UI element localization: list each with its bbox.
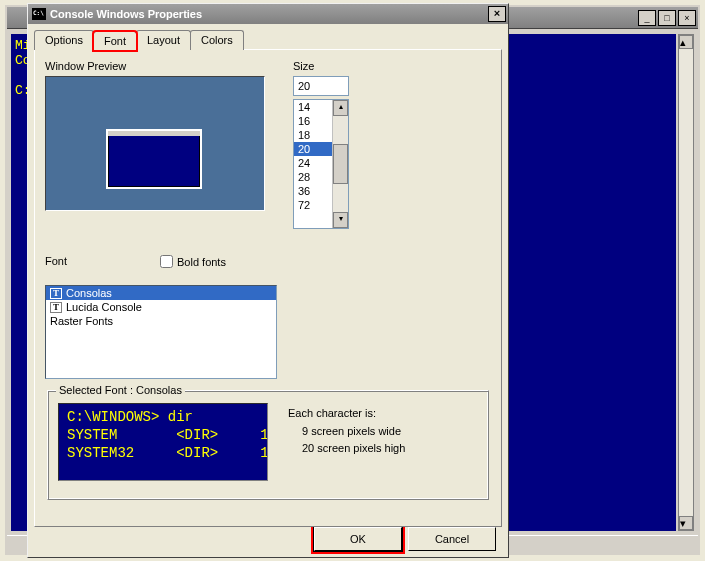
font-name: Lucida Console bbox=[66, 301, 142, 313]
selected-font-groupbox: Selected Font : Consolas C:\WINDOWS> dir… bbox=[47, 390, 489, 500]
size-option[interactable]: 16 bbox=[294, 114, 332, 128]
font-listbox[interactable]: T Consolas T Lucida Console Raster Fonts bbox=[45, 285, 277, 379]
dialog-title: Console Windows Properties bbox=[50, 8, 202, 20]
window-preview bbox=[45, 76, 265, 211]
size-option[interactable]: 72 bbox=[294, 198, 332, 212]
size-label: Size bbox=[293, 60, 349, 72]
scroll-thumb[interactable] bbox=[333, 144, 348, 184]
bg-scrollbar-vertical[interactable]: ▴ ▾ bbox=[678, 34, 694, 531]
console-properties-dialog: Console Windows Properties × Options Fon… bbox=[27, 3, 509, 558]
scroll-down-icon[interactable]: ▾ bbox=[679, 516, 693, 530]
font-option-consolas[interactable]: T Consolas bbox=[46, 286, 276, 300]
size-option-selected[interactable]: 20 bbox=[294, 142, 332, 156]
sample-line: C:\WINDOWS> dir bbox=[67, 409, 193, 425]
tab-panel-font: Window Preview Size 14 16 18 20 24 28 36 bbox=[34, 49, 502, 527]
dialog-close-button[interactable]: × bbox=[488, 6, 506, 22]
size-listbox[interactable]: 14 16 18 20 24 28 36 72 ▴ ▾ bbox=[293, 99, 349, 229]
size-option[interactable]: 36 bbox=[294, 184, 332, 198]
char-info-height: 20 screen pixels high bbox=[288, 440, 405, 458]
scroll-up-icon[interactable]: ▴ bbox=[679, 35, 693, 49]
char-info-width: 9 screen pixels wide bbox=[288, 423, 405, 441]
font-name: Consolas bbox=[66, 287, 112, 299]
bold-fonts-input[interactable] bbox=[160, 255, 173, 268]
tab-layout[interactable]: Layout bbox=[136, 30, 191, 50]
truetype-icon: T bbox=[50, 288, 62, 299]
tab-colors[interactable]: Colors bbox=[190, 30, 244, 50]
ok-button[interactable]: OK bbox=[314, 527, 402, 551]
minimize-button[interactable]: _ bbox=[638, 10, 656, 26]
scroll-up-icon[interactable]: ▴ bbox=[333, 100, 348, 116]
dialog-titlebar[interactable]: Console Windows Properties × bbox=[28, 4, 508, 24]
character-info: Each character is: 9 screen pixels wide … bbox=[288, 405, 405, 458]
size-option[interactable]: 24 bbox=[294, 156, 332, 170]
bold-fonts-checkbox[interactable]: Bold fonts bbox=[160, 255, 226, 268]
maximize-button[interactable]: □ bbox=[658, 10, 676, 26]
font-option-raster[interactable]: Raster Fonts bbox=[46, 314, 276, 328]
cancel-button[interactable]: Cancel bbox=[408, 527, 496, 551]
sample-line: SYSTEM <DIR> 10 bbox=[67, 427, 268, 443]
size-scrollbar[interactable]: ▴ ▾ bbox=[332, 100, 348, 228]
groupbox-title: Selected Font : Consolas bbox=[56, 384, 185, 396]
font-option-lucida[interactable]: T Lucida Console bbox=[46, 300, 276, 314]
bold-fonts-label: Bold fonts bbox=[177, 256, 226, 268]
preview-console-icon bbox=[106, 129, 202, 189]
size-option[interactable]: 14 bbox=[294, 100, 332, 114]
font-name: Raster Fonts bbox=[50, 315, 113, 327]
tab-font[interactable]: Font bbox=[93, 31, 137, 51]
font-sample: C:\WINDOWS> dir SYSTEM <DIR> 10 SYSTEM32… bbox=[58, 403, 268, 481]
sample-line: SYSTEM32 <DIR> 10 bbox=[67, 445, 268, 461]
size-input[interactable] bbox=[293, 76, 349, 96]
truetype-icon: T bbox=[50, 302, 62, 313]
tab-options[interactable]: Options bbox=[34, 30, 94, 50]
size-option[interactable]: 28 bbox=[294, 170, 332, 184]
size-option[interactable]: 18 bbox=[294, 128, 332, 142]
window-preview-label: Window Preview bbox=[45, 60, 491, 72]
tab-bar: Options Font Layout Colors bbox=[34, 30, 502, 50]
close-button[interactable]: × bbox=[678, 10, 696, 26]
scroll-down-icon[interactable]: ▾ bbox=[333, 212, 348, 228]
console-icon bbox=[32, 8, 46, 20]
char-info-header: Each character is: bbox=[288, 405, 405, 423]
